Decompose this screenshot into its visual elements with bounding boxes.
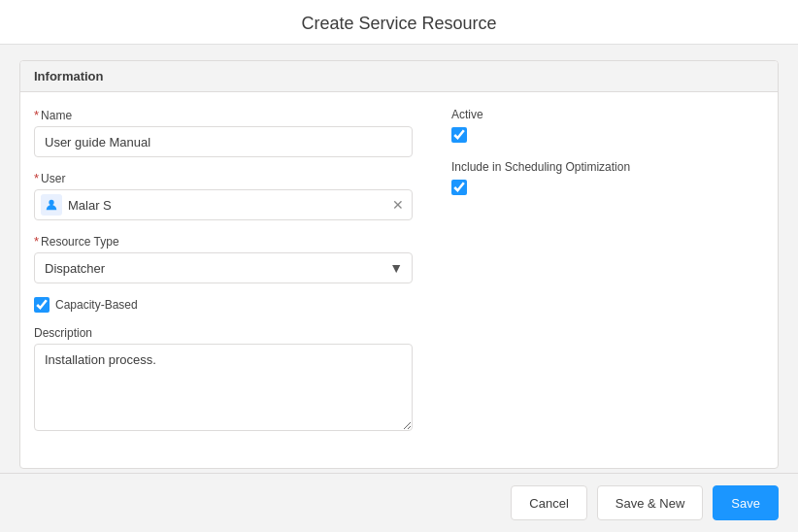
scheduling-group: Include in Scheduling Optimization bbox=[451, 160, 764, 174]
resource-type-select-wrapper: Dispatcher Technician Contractor ▼ bbox=[34, 252, 413, 283]
active-group: Active bbox=[451, 108, 764, 121]
resource-type-label: * Resource Type bbox=[34, 234, 413, 249]
svg-point-0 bbox=[49, 200, 53, 205]
description-label: Description bbox=[34, 326, 413, 340]
section-header: Information bbox=[20, 61, 778, 92]
information-section: Information * Name * User bbox=[19, 60, 779, 469]
name-label: * Name bbox=[34, 108, 413, 122]
save-button[interactable]: Save bbox=[713, 485, 779, 520]
description-field-group: Description Installation process. bbox=[34, 326, 413, 435]
resource-type-field-group: * Resource Type Dispatcher Technician Co… bbox=[34, 234, 413, 283]
user-field-group: * User Malar S ✕ bbox=[34, 171, 413, 220]
user-icon bbox=[41, 194, 62, 216]
scheduling-checkbox[interactable] bbox=[451, 180, 467, 195]
cancel-button[interactable]: Cancel bbox=[511, 485, 586, 520]
name-field-group: * Name bbox=[34, 108, 413, 157]
page-footer: Cancel Save & New Save bbox=[0, 473, 798, 532]
description-textarea[interactable]: Installation process. bbox=[34, 344, 413, 431]
page-title: Create Service Resource bbox=[0, 14, 798, 34]
save-new-button[interactable]: Save & New bbox=[597, 485, 704, 520]
name-input[interactable] bbox=[34, 126, 413, 157]
scheduling-checkbox-group bbox=[451, 180, 764, 195]
user-input-wrapper[interactable]: Malar S ✕ bbox=[34, 189, 413, 220]
section-body: * Name * User bbox=[20, 92, 778, 468]
left-column: * Name * User bbox=[34, 108, 442, 449]
right-column: Active Include in Scheduling Optimizatio… bbox=[442, 108, 764, 449]
capacity-based-label: Capacity-Based bbox=[55, 298, 138, 312]
resource-type-select[interactable]: Dispatcher Technician Contractor bbox=[34, 252, 413, 283]
active-label: Active bbox=[451, 108, 483, 121]
page-header: Create Service Resource bbox=[0, 0, 798, 45]
name-required-indicator: * bbox=[34, 108, 39, 122]
page-body: Information * Name * User bbox=[0, 45, 798, 473]
resource-type-required-indicator: * bbox=[34, 234, 39, 249]
user-name-text: Malar S bbox=[68, 198, 390, 213]
user-clear-button[interactable]: ✕ bbox=[390, 196, 406, 214]
capacity-based-checkbox[interactable] bbox=[34, 297, 50, 313]
active-checkbox[interactable] bbox=[451, 127, 467, 143]
user-label: * User bbox=[34, 171, 413, 185]
capacity-based-group: Capacity-Based bbox=[34, 297, 413, 313]
scheduling-label: Include in Scheduling Optimization bbox=[451, 160, 630, 174]
user-required-indicator: * bbox=[34, 171, 39, 185]
active-checkbox-group bbox=[451, 127, 764, 143]
